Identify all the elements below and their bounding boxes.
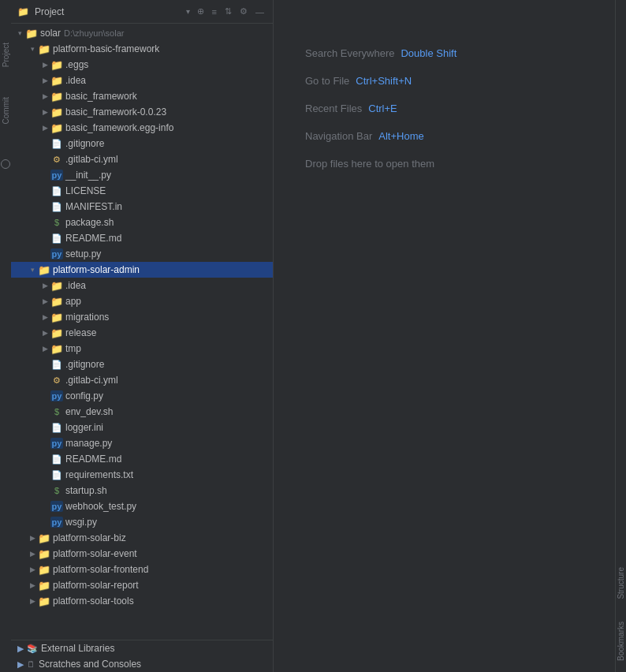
tree-item-platform-solar-report[interactable]: ▶📁platform-solar-report xyxy=(11,577,273,593)
tree-item-gitignore2[interactable]: 📄.gitignore xyxy=(11,357,273,372)
tree-item-label: basic_framework-0.0.23 xyxy=(65,106,166,118)
tree-item-migrations[interactable]: ▶📁migrations xyxy=(11,309,273,325)
settings-icon[interactable]: ⚙ xyxy=(237,5,250,18)
tree-item-label: platform-solar-tools xyxy=(53,595,134,607)
structure-label[interactable]: Structure xyxy=(615,564,626,603)
tree-item-platform-solar-biz[interactable]: ▶📁platform-solar-biz xyxy=(11,530,273,546)
tree-item-basic_framework_egg[interactable]: ▶📁basic_framework.egg-info xyxy=(11,120,273,136)
tree-item-label: platform-basic-framework xyxy=(53,43,159,54)
folder-icon: 📁 xyxy=(38,595,50,607)
commit-label[interactable]: Commit xyxy=(0,94,12,127)
tree-item-gitignore1[interactable]: 📄.gitignore xyxy=(11,136,273,151)
tree-item-basic_framework[interactable]: ▶📁basic_framework xyxy=(11,88,273,104)
folder-icon: 📁 xyxy=(38,264,50,276)
tree-item-label: basic_framework xyxy=(65,91,137,102)
tree-item-requirements_txt[interactable]: 📄requirements.txt xyxy=(11,467,273,483)
text-file-icon: 📄 xyxy=(50,470,63,480)
tree-item-gitlab_ci1[interactable]: ⚙.gitlab-ci.yml xyxy=(11,151,273,167)
tree-item-platform-solar-admin[interactable]: ▾📁platform-solar-admin xyxy=(11,262,273,278)
expand-arrow-icon: ▾ xyxy=(27,45,38,53)
sort-icon[interactable]: ⇅ xyxy=(222,5,234,18)
folder-icon: 📁 xyxy=(50,343,63,355)
folder-icon: 📁 xyxy=(38,43,50,55)
tree-item-label: README.md xyxy=(65,233,121,244)
tree-item-manage_py[interactable]: pymanage.py xyxy=(11,435,273,451)
sh-file-icon: $ xyxy=(50,486,63,495)
tree-item-label: platform-solar-frontend xyxy=(53,564,148,575)
tree-item-label: .gitignore xyxy=(65,138,104,149)
left-labels-panel: Project Commit xyxy=(0,0,11,672)
tree-item-startup_sh[interactable]: $startup.sh xyxy=(11,483,273,498)
tree-item-tmp[interactable]: ▶📁tmp xyxy=(11,341,273,357)
tree-item-readme1[interactable]: 📄README.md xyxy=(11,230,273,246)
tree-item-idea1[interactable]: ▶📁.idea xyxy=(11,73,273,88)
minimize-icon[interactable]: — xyxy=(253,6,266,18)
expand-arrow-icon: ▶ xyxy=(39,282,50,289)
tree-item-platform-solar-tools[interactable]: ▶📁platform-solar-tools xyxy=(11,593,273,609)
collapse-all-icon[interactable]: ≡ xyxy=(210,6,219,18)
tree-item-label: .idea xyxy=(65,280,86,291)
bookmarks-label[interactable]: Bookmarks xyxy=(615,618,626,664)
expand-arrow-icon: ▶ xyxy=(27,550,38,558)
tree-item-label: .idea xyxy=(65,75,86,86)
python-file-icon: py xyxy=(50,390,63,401)
folder-icon: 📁 xyxy=(50,122,63,134)
project-label[interactable]: Project xyxy=(0,39,12,70)
scratches-consoles-item[interactable]: ▶ 🗒 Scratches and Consoles xyxy=(11,656,273,672)
panel-title: Project xyxy=(35,6,183,17)
external-libraries-item[interactable]: ▶ 📚 External Libraries xyxy=(11,640,273,656)
navigation-bar-shortcut: Alt+Home xyxy=(378,130,423,142)
python-file-icon: py xyxy=(50,438,63,449)
tree-item-config_py[interactable]: pyconfig.py xyxy=(11,388,273,404)
expand-arrow-icon: ▶ xyxy=(39,313,50,321)
tree-item-platform-basic-framework[interactable]: ▾📁platform-basic-framework xyxy=(11,41,273,57)
tree-item-path: D:\zhuyun\solar xyxy=(64,28,124,38)
search-everywhere-shortcut: Double Shift xyxy=(401,47,456,59)
tree-item-gitlab_ci2[interactable]: ⚙.gitlab-ci.yml xyxy=(11,372,273,388)
sh-file-icon: $ xyxy=(50,407,63,416)
expand-arrow-icon: ▶ xyxy=(39,329,50,337)
tree-item-license1[interactable]: 📄LICENSE xyxy=(11,183,273,199)
tree-item-solar[interactable]: ▾📁solar D:\zhuyun\solar xyxy=(11,25,273,41)
tree-item-release[interactable]: ▶📁release xyxy=(11,325,273,341)
folder-icon: 📁 xyxy=(25,28,38,39)
folder-icon: 📁 xyxy=(50,312,63,323)
tree-item-label: __init__.py xyxy=(65,170,111,181)
folder-icon: 📁 xyxy=(17,6,29,17)
tree-item-label: platform-solar-admin xyxy=(53,264,140,275)
tree-item-setup1[interactable]: pysetup.py xyxy=(11,246,273,262)
folder-icon: 📁 xyxy=(50,75,63,87)
tree-item-wsgi_py[interactable]: pywsgi.py xyxy=(11,514,273,530)
external-libraries-icon: ▶ xyxy=(17,644,24,654)
tree-item-platform-solar-event[interactable]: ▶📁platform-solar-event xyxy=(11,546,273,562)
tree-item-manifest1[interactable]: 📄MANIFEST.in xyxy=(11,199,273,215)
python-file-icon: py xyxy=(50,248,63,259)
tree-item-label: platform-solar-event xyxy=(53,548,137,559)
tree-item-idea2[interactable]: ▶📁.idea xyxy=(11,278,273,293)
tree-item-readme2[interactable]: 📄README.md xyxy=(11,451,273,467)
text-file-icon: 📄 xyxy=(50,139,63,149)
python-file-icon: py xyxy=(50,170,63,181)
hint-navigation-bar: Navigation Bar Alt+Home xyxy=(305,130,424,142)
expand-arrow-icon: ▶ xyxy=(39,108,50,116)
dropdown-arrow-icon[interactable]: ▾ xyxy=(186,7,190,16)
expand-arrow-icon: ▶ xyxy=(27,597,38,605)
tree-item-env_dev_sh[interactable]: $env_dev.sh xyxy=(11,404,273,420)
text-file-icon: 📄 xyxy=(50,202,63,212)
recent-files-shortcut: Ctrl+E xyxy=(368,103,397,114)
scratches-icon: 🗒 xyxy=(27,659,35,669)
library-icon: 📚 xyxy=(27,644,38,654)
tree-item-eggs[interactable]: ▶📁.eggs xyxy=(11,57,273,73)
tree-item-init1[interactable]: py__init__.py xyxy=(11,167,273,183)
expand-arrow-icon: ▶ xyxy=(27,534,38,542)
tree-item-basic_framework_ver[interactable]: ▶📁basic_framework-0.0.23 xyxy=(11,104,273,120)
tree-item-platform-solar-frontend[interactable]: ▶📁platform-solar-frontend xyxy=(11,562,273,577)
scope-icon[interactable]: ⊕ xyxy=(195,5,207,18)
folder-icon: 📁 xyxy=(50,296,63,308)
tree-item-app[interactable]: ▶📁app xyxy=(11,293,273,309)
tree-item-package1[interactable]: $package.sh xyxy=(11,215,273,230)
circle-icon[interactable] xyxy=(1,159,10,169)
tree-item-label: app xyxy=(65,296,81,307)
tree-item-webhook_test_py[interactable]: pywebhook_test.py xyxy=(11,498,273,514)
tree-item-logger_ini[interactable]: 📄logger.ini xyxy=(11,420,273,435)
